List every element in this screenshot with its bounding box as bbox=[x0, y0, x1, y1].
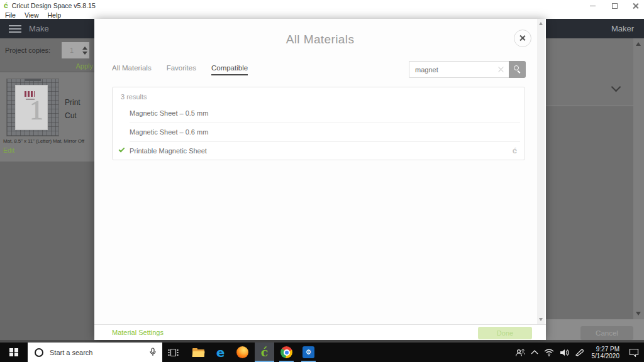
dimmed-canvas-right bbox=[546, 106, 644, 319]
mat-caption: Mat, 8.5" x 11" (Letter) Mat, Mirror Off bbox=[3, 138, 94, 144]
dialog-title: All Materials bbox=[94, 33, 546, 47]
hidden-icons-chevron-icon[interactable] bbox=[531, 350, 538, 354]
material-row[interactable]: Magnetic Sheet – 0.5 mm bbox=[113, 104, 525, 123]
file-explorer-icon bbox=[192, 348, 204, 357]
tab-favorites[interactable]: Favorites bbox=[167, 64, 196, 75]
start-button[interactable] bbox=[0, 343, 28, 362]
search-icon bbox=[514, 65, 519, 70]
taskbar-search-placeholder: Start a search bbox=[50, 349, 92, 356]
done-button[interactable]: Done bbox=[478, 327, 532, 339]
scroll-down-icon[interactable] bbox=[636, 312, 641, 315]
window-titlebar: ć Cricut Design Space v5.8.15 bbox=[0, 0, 644, 11]
edge-button[interactable]: e bbox=[211, 343, 230, 362]
cricut-brand-icon: ć bbox=[513, 146, 517, 155]
utility-app-icon: ⚙ bbox=[303, 346, 314, 358]
mat-top-strip bbox=[25, 79, 41, 81]
system-tray: 9:27 PM 5/14/2020 bbox=[515, 343, 644, 362]
apply-button[interactable]: Apply bbox=[75, 62, 93, 70]
material-name: Magnetic Sheet – 0.5 mm bbox=[130, 109, 208, 117]
material-row-selected[interactable]: Printable Magnetic Sheet ć bbox=[113, 142, 525, 160]
minimize-icon[interactable] bbox=[590, 3, 596, 9]
task-view-button[interactable] bbox=[162, 343, 184, 362]
app-scrollbar[interactable] bbox=[633, 38, 644, 319]
scroll-down-icon[interactable] bbox=[539, 318, 543, 321]
material-settings-link[interactable]: Material Settings bbox=[112, 329, 164, 336]
cancel-button[interactable]: Cancel bbox=[580, 326, 633, 340]
print-label: Print bbox=[65, 96, 80, 109]
wifi-icon[interactable] bbox=[544, 349, 554, 356]
taskbar-clock[interactable]: 9:27 PM 5/14/2020 bbox=[592, 346, 620, 359]
edge-icon: e bbox=[216, 346, 225, 359]
stepper-up-icon[interactable] bbox=[82, 47, 87, 50]
dialog-footer: Material Settings Done bbox=[94, 324, 546, 340]
mat-sheet: 1 bbox=[15, 85, 48, 130]
window-title: Cricut Design Space v5.8.15 bbox=[12, 2, 96, 9]
chrome-icon bbox=[280, 346, 292, 358]
mat-thumbnail[interactable]: 1 bbox=[6, 79, 59, 136]
firefox-icon bbox=[236, 346, 248, 358]
pen-icon[interactable] bbox=[575, 348, 584, 356]
maximize-icon[interactable] bbox=[611, 3, 618, 9]
tab-all-materials[interactable]: All Materials bbox=[112, 64, 152, 75]
clock-time: 9:27 PM bbox=[592, 346, 620, 353]
dialog-scrollbar[interactable] bbox=[537, 19, 545, 324]
design-numeral: 1 bbox=[30, 94, 43, 126]
menu-help[interactable]: Help bbox=[48, 11, 62, 19]
toolbar-right bbox=[546, 38, 644, 106]
cricut-app-button[interactable]: ć bbox=[255, 343, 274, 362]
chrome-button[interactable] bbox=[277, 343, 296, 362]
dialog-close-icon[interactable] bbox=[514, 30, 531, 47]
action-center-icon[interactable] bbox=[629, 348, 639, 357]
close-window-icon[interactable] bbox=[633, 3, 639, 9]
windows-logo-icon bbox=[9, 348, 18, 357]
project-copies-panel: Project copies: 1 Apply bbox=[0, 38, 94, 72]
cut-label: Cut bbox=[65, 109, 80, 123]
utility-app-button[interactable]: ⚙ bbox=[299, 343, 318, 362]
scroll-up-icon[interactable] bbox=[539, 22, 543, 25]
windows-taskbar: Start a search e ć ⚙ bbox=[0, 343, 644, 362]
dimmed-canvas-left bbox=[0, 162, 94, 343]
scroll-up-icon[interactable] bbox=[636, 42, 641, 46]
tab-compatible[interactable]: Compatible bbox=[211, 64, 248, 75]
taskbar-search[interactable]: Start a search bbox=[28, 343, 162, 362]
volume-icon[interactable] bbox=[560, 349, 569, 356]
material-search bbox=[409, 61, 526, 78]
edit-mat-link[interactable]: Edit bbox=[3, 146, 14, 154]
file-explorer-button[interactable] bbox=[189, 343, 208, 362]
menu-view[interactable]: View bbox=[25, 11, 39, 19]
stepper-down-icon[interactable] bbox=[82, 52, 87, 55]
results-panel: 3 results Magnetic Sheet – 0.5 mm Magnet… bbox=[112, 87, 525, 160]
all-materials-dialog: All Materials All Materials Favorites Co… bbox=[94, 19, 546, 340]
clock-date: 5/14/2020 bbox=[592, 353, 620, 359]
header-make-label: Make bbox=[29, 24, 49, 33]
bottom-bar-right: Cancel bbox=[546, 319, 644, 340]
people-icon[interactable] bbox=[515, 348, 525, 357]
material-search-input[interactable] bbox=[409, 61, 509, 78]
microphone-icon[interactable] bbox=[149, 348, 157, 357]
material-row[interactable]: Magnetic Sheet – 0.6 mm bbox=[113, 123, 525, 141]
task-view-icon bbox=[168, 348, 179, 357]
materials-tabs: All Materials Favorites Compatible bbox=[112, 64, 248, 75]
machine-selector[interactable]: Maker bbox=[611, 24, 634, 33]
cricut-app-icon: ć bbox=[261, 346, 269, 358]
clear-search-icon[interactable] bbox=[497, 66, 504, 73]
firefox-button[interactable] bbox=[233, 343, 252, 362]
material-name: Printable Magnetic Sheet bbox=[130, 147, 207, 155]
cricut-logo-icon: ć bbox=[4, 2, 8, 9]
material-name: Magnetic Sheet – 0.6 mm bbox=[130, 128, 208, 136]
hamburger-menu-icon[interactable] bbox=[9, 25, 21, 35]
menu-file[interactable]: File bbox=[5, 11, 16, 19]
copies-value: 1 bbox=[62, 47, 82, 54]
project-copies-label: Project copies: bbox=[5, 47, 50, 54]
copies-stepper[interactable]: 1 bbox=[62, 42, 89, 58]
cortana-icon bbox=[35, 348, 43, 357]
menubar: File View Help bbox=[0, 11, 644, 19]
results-count: 3 results bbox=[121, 93, 147, 101]
selected-check-icon bbox=[119, 146, 125, 153]
gear-icon: ⚙ bbox=[306, 348, 312, 356]
search-button[interactable] bbox=[509, 61, 526, 78]
chevron-down-icon[interactable] bbox=[612, 82, 620, 90]
mat-preview-card[interactable]: 1 Print Cut Mat, 8.5" x 11" (Letter) Mat… bbox=[0, 72, 94, 162]
